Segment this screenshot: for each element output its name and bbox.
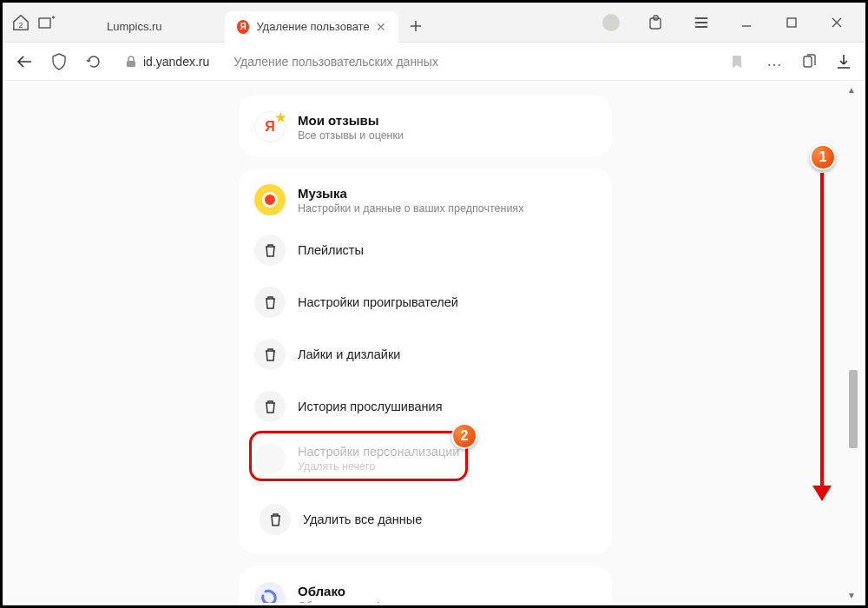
window-titlebar: 2 Lumpics.ru Я Удаление пользователь ✕ <box>3 3 865 43</box>
more-icon[interactable]: … <box>761 49 787 75</box>
annotation-arrow <box>820 173 824 487</box>
trash-icon <box>254 339 286 370</box>
tab-label: Удаление пользователь <box>256 20 369 33</box>
profile-avatar-icon[interactable] <box>593 10 629 36</box>
card-cloud[interactable]: Облако Облачная платформа <box>239 566 612 603</box>
annotation-callout-2: 2 <box>451 423 477 449</box>
card-subtitle: Настройки и данные о ваших предпочтениях <box>298 202 523 215</box>
scrollbar-thumb[interactable] <box>849 370 858 448</box>
row-label: Настройки проигрывателей <box>298 295 458 309</box>
new-window-button[interactable] <box>34 10 60 35</box>
reload-button[interactable] <box>81 49 107 75</box>
music-item-history[interactable]: История прослушивания <box>239 380 612 433</box>
cloud-icon <box>254 582 286 603</box>
tab-label: Lumpics.ru <box>107 20 162 33</box>
annotation-arrowhead-icon <box>812 486 832 501</box>
bookmark-icon[interactable] <box>732 55 742 69</box>
trash-icon <box>260 504 291 535</box>
card-subtitle: Все отзывы и оценки <box>298 129 404 142</box>
annotation-highlight <box>249 431 468 481</box>
tab-lumpics[interactable]: Lumpics.ru <box>95 11 225 43</box>
address-bar: id.yandex.ru Удаление пользовательских д… <box>3 43 865 81</box>
row-label: Плейлисты <box>298 243 364 257</box>
reviews-icon: Я ★ <box>254 111 286 142</box>
svg-rect-5 <box>804 56 812 67</box>
trash-icon <box>254 391 286 422</box>
tab-yandex-delete[interactable]: Я Удаление пользователь ✕ <box>225 11 398 43</box>
delete-all-button[interactable]: Удалить все данные <box>244 493 607 545</box>
music-item-likes[interactable]: Лайки и дизлайки <box>239 328 612 380</box>
downloads-icon[interactable] <box>831 49 857 75</box>
window-minimize-icon[interactable] <box>728 10 765 36</box>
card-reviews[interactable]: Я ★ Мои отзывы Все отзывы и оценки <box>239 96 612 156</box>
page-title: Удаление пользовательских данных <box>233 55 438 69</box>
address-field[interactable]: id.yandex.ru Удаление пользовательских д… <box>115 48 753 76</box>
url-domain: id.yandex.ru <box>143 55 209 69</box>
trash-icon <box>254 287 286 318</box>
home-button[interactable]: 2 <box>8 10 34 35</box>
home-badge: 2 <box>18 21 23 30</box>
menu-icon[interactable] <box>683 10 720 36</box>
music-header[interactable]: Музыка Настройки и данные о ваших предпо… <box>239 174 612 224</box>
annotation-callout-1: 1 <box>810 144 836 170</box>
window-close-icon[interactable] <box>819 10 855 36</box>
row-label: Лайки и дизлайки <box>298 347 400 361</box>
new-tab-button[interactable] <box>404 14 428 38</box>
scroll-down-icon[interactable]: ▼ <box>846 591 857 601</box>
music-icon <box>254 184 286 215</box>
card-title: Мои отзывы <box>298 113 404 128</box>
window-maximize-icon[interactable] <box>773 10 810 36</box>
trash-icon <box>254 235 286 266</box>
svg-rect-4 <box>127 61 135 67</box>
page-content: Я ★ Мои отзывы Все отзывы и оценки Музык <box>5 83 863 603</box>
card-title: Музыка <box>298 186 523 201</box>
card-music: Музыка Настройки и данные о ваших предпо… <box>239 169 612 554</box>
music-item-playlists[interactable]: Плейлисты <box>239 224 612 276</box>
shield-icon[interactable] <box>46 49 72 75</box>
copy-icon[interactable] <box>796 49 822 75</box>
scrollbar[interactable]: ▲ ▼ <box>845 83 859 603</box>
extensions-icon[interactable] <box>638 10 674 36</box>
lock-icon <box>126 56 136 68</box>
svg-rect-3 <box>787 18 796 27</box>
row-label: История прослушивания <box>298 400 443 413</box>
yandex-favicon: Я <box>237 20 249 34</box>
scroll-up-icon[interactable]: ▲ <box>846 85 857 96</box>
row-label: Удалить все данные <box>303 512 422 526</box>
svg-rect-0 <box>39 18 50 28</box>
back-button[interactable] <box>11 49 37 75</box>
card-subtitle: Облачная платформа <box>298 600 408 604</box>
tab-favicon-lumpics <box>76 10 95 35</box>
music-item-player-settings[interactable]: Настройки проигрывателей <box>239 276 612 328</box>
tab-close-icon[interactable]: ✕ <box>376 20 386 34</box>
card-title: Облако <box>298 584 408 598</box>
